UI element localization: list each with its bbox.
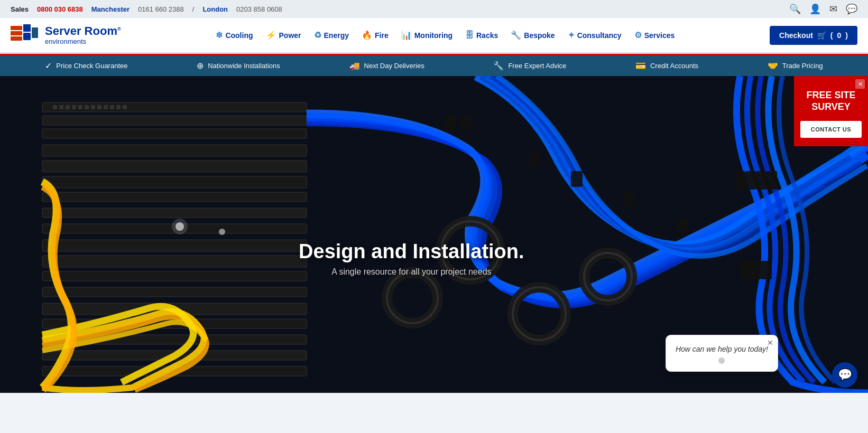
svg-rect-39 — [529, 150, 540, 166]
nav-bespoke-label: Bespoke — [524, 31, 555, 40]
account-icon[interactable]: 👤 — [809, 3, 821, 15]
svg-rect-52 — [745, 171, 756, 190]
nav-consultancy[interactable]: ✦ Consultancy — [562, 26, 627, 44]
nav-bespoke[interactable]: 🔧 Bespoke — [505, 26, 560, 44]
checkout-label: Checkout — [779, 31, 813, 40]
search-icon[interactable]: 🔍 — [789, 3, 801, 15]
svg-rect-33 — [104, 105, 108, 109]
nav-cooling[interactable]: ❄ Cooling — [210, 26, 258, 44]
chat-close-button[interactable]: ✕ — [767, 338, 773, 347]
wrench-icon: 🔧 — [493, 61, 504, 71]
nav-fire-label: Fire — [375, 31, 389, 40]
chat-bubble-icon: 💬 — [838, 368, 852, 382]
main-nav: ❄ Cooling ⚡ Power ♻ Energy 🔥 Fire 📊 Moni… — [210, 26, 680, 44]
nav-monitoring-label: Monitoring — [414, 31, 453, 40]
top-bar: Sales 0800 030 6838 Manchester 0161 660 … — [0, 0, 868, 18]
contact-info: Sales 0800 030 6838 Manchester 0161 660 … — [11, 5, 282, 13]
feature-expert-advice[interactable]: 🔧 Free Expert Advice — [493, 61, 566, 71]
card-icon: 💳 — [635, 61, 646, 71]
feature-next-day[interactable]: 🚚 Next Day Deliveries — [349, 61, 424, 71]
chat-bubble-button[interactable]: 💬 — [832, 362, 857, 388]
svg-rect-12 — [42, 176, 307, 188]
consultancy-icon: ✦ — [568, 30, 575, 40]
svg-rect-14 — [42, 208, 307, 218]
london-phone[interactable]: 0203 858 0608 — [236, 5, 282, 13]
svg-rect-18 — [42, 271, 307, 281]
power-icon: ⚡ — [266, 30, 276, 40]
svg-rect-16 — [42, 240, 307, 251]
feature-credit-label: Credit Accounts — [650, 62, 698, 70]
nav-monitoring[interactable]: 📊 Monitoring — [396, 26, 458, 44]
svg-rect-5 — [32, 27, 38, 38]
globe-icon: ⊕ — [197, 61, 204, 71]
racks-icon: 🗄 — [465, 31, 474, 40]
feature-price-label: Price Check Guarantee — [56, 62, 127, 70]
nav-racks[interactable]: 🗄 Racks — [460, 26, 503, 44]
feature-credit[interactable]: 💳 Credit Accounts — [635, 61, 698, 71]
features-bar: ✓ Price Check Guarantee ⊕ Nationwide Ins… — [0, 54, 868, 76]
svg-rect-40 — [571, 171, 583, 187]
svg-rect-53 — [756, 171, 767, 190]
hero-subtitle: A single resource for all your project n… — [299, 267, 524, 277]
svg-rect-9 — [42, 129, 307, 138]
hero-background: Design and Installation. A single resour… — [0, 76, 868, 393]
svg-rect-28 — [72, 105, 76, 109]
logo-icon — [11, 23, 40, 47]
svg-rect-37 — [444, 115, 456, 130]
svg-rect-11 — [42, 161, 307, 172]
chat-message: How can we help you today! — [676, 345, 768, 353]
svg-rect-1 — [11, 31, 22, 35]
nav-energy-label: Energy — [324, 31, 349, 40]
contact-us-button[interactable]: CONTACT US — [800, 121, 862, 138]
svg-rect-56 — [751, 261, 761, 279]
nav-services[interactable]: ⚙ Services — [629, 26, 680, 44]
feature-expert-label: Free Expert Advice — [508, 62, 566, 70]
svg-rect-17 — [42, 256, 307, 267]
svg-rect-32 — [97, 105, 101, 109]
nav-fire[interactable]: 🔥 Fire — [356, 26, 394, 44]
fire-icon: 🔥 — [362, 30, 372, 40]
chat-icon[interactable]: 💬 — [846, 3, 857, 15]
manchester-label: Manchester — [91, 5, 130, 13]
feature-price-check[interactable]: ✓ Price Check Guarantee — [45, 61, 127, 71]
svg-rect-36 — [123, 105, 127, 109]
feature-trade-label: Trade Pricing — [782, 62, 823, 70]
checkmark-icon: ✓ — [45, 61, 52, 71]
svg-rect-54 — [767, 171, 777, 190]
feature-nationwide-label: Nationwide Installations — [208, 62, 280, 70]
nav-services-label: Services — [644, 31, 675, 40]
hero-text: Design and Installation. A single resour… — [299, 240, 524, 277]
checkout-button[interactable]: Checkout 🛒 (0) — [770, 26, 857, 45]
svg-rect-51 — [735, 171, 745, 190]
london-label: London — [202, 5, 228, 13]
cart-icon: 🛒 — [817, 31, 826, 40]
svg-rect-10 — [42, 145, 307, 156]
logo[interactable]: Server Room® environments — [11, 23, 121, 47]
svg-rect-27 — [66, 105, 70, 109]
svg-rect-4 — [23, 33, 31, 40]
bespoke-icon: 🔧 — [511, 30, 521, 40]
svg-rect-2 — [11, 36, 22, 41]
nav-power[interactable]: ⚡ Power — [261, 26, 307, 44]
nav-consultancy-label: Consultancy — [577, 31, 622, 40]
logo-text: Server Room® environments — [45, 25, 121, 45]
cart-count: ( — [830, 31, 833, 40]
email-icon[interactable]: ✉ — [829, 3, 837, 15]
sales-phone[interactable]: 0800 030 6838 — [37, 5, 83, 13]
nav-energy[interactable]: ♻ Energy — [309, 26, 354, 44]
svg-rect-8 — [42, 116, 307, 125]
survey-title: FREE SITE SURVEY — [800, 90, 862, 112]
svg-rect-13 — [42, 192, 307, 202]
manchester-phone[interactable]: 0161 660 2388 — [138, 5, 184, 13]
services-icon: ⚙ — [634, 30, 642, 40]
feature-nationwide[interactable]: ⊕ Nationwide Installations — [197, 61, 280, 71]
hero-section: Design and Installation. A single resour… — [0, 76, 868, 393]
survey-close-button[interactable]: ✕ — [855, 79, 865, 89]
feature-trade[interactable]: 🤝 Trade Pricing — [768, 61, 823, 71]
cooling-icon: ❄ — [216, 30, 223, 40]
energy-icon: ♻ — [314, 30, 321, 40]
svg-rect-41 — [624, 192, 635, 207]
nav-cooling-label: Cooling — [225, 31, 253, 40]
monitoring-icon: 📊 — [401, 30, 412, 40]
svg-rect-26 — [59, 105, 63, 109]
